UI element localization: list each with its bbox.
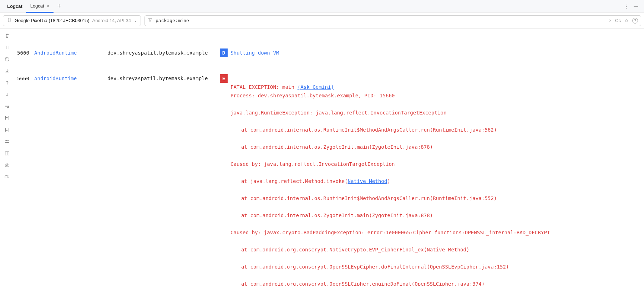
previous-icon[interactable] — [4, 80, 10, 87]
svg-point-3 — [6, 165, 8, 166]
next-icon[interactable] — [4, 92, 10, 98]
log-level-badge: D — [220, 48, 228, 57]
log-tag: AndroidRuntime — [34, 48, 107, 57]
log-line: at com.android.internal.os.RuntimeInit$M… — [230, 126, 550, 134]
close-icon[interactable]: × — [46, 3, 50, 9]
log-package: dev.shreyaspatil.bytemask.example — [107, 48, 220, 57]
log-line: Process: dev.shreyaspatil.bytemask.examp… — [230, 91, 550, 100]
delete-icon[interactable] — [4, 33, 10, 40]
chevron-down-icon: ⌄ — [134, 18, 137, 23]
log-pid: 5660 — [17, 48, 34, 57]
add-tab-icon[interactable]: + — [54, 2, 65, 10]
top-bar: Logcat Logcat × + ⋮ — — [0, 0, 644, 13]
toolbar-row: Google Pixel 5a (18201JECB03015) Android… — [0, 13, 644, 29]
log-line: at com.android.internal.os.RuntimeInit$M… — [230, 194, 550, 203]
import-icon[interactable] — [4, 115, 10, 122]
log-line: Caused by: javax.crypto.BadPaddingExcept… — [230, 228, 550, 237]
match-case-icon[interactable]: Cc — [615, 18, 621, 23]
log-line: java.lang.RuntimeException: java.lang.re… — [230, 108, 550, 117]
device-icon — [7, 17, 12, 24]
filter-input-wrapper: × Cc ☆ ? — [144, 15, 641, 26]
minimize-icon[interactable]: — — [634, 4, 638, 9]
source-link[interactable]: Native Method — [348, 178, 387, 184]
clear-filter-icon[interactable]: × — [609, 18, 612, 23]
soft-wrap-icon[interactable] — [4, 103, 10, 110]
log-level-badge: E — [220, 74, 228, 83]
more-icon[interactable]: ⋮ — [624, 4, 629, 9]
log-line: at com.android.internal.os.ZygoteInit.ma… — [230, 143, 550, 151]
help-icon[interactable]: ? — [632, 18, 638, 24]
log-line: at com.android.org.conscrypt.OpenSSLEvpC… — [230, 262, 550, 271]
log-line: at com.android.org.conscrypt.OpenSSLCiph… — [230, 280, 550, 286]
log-line: Caused by: java.lang.reflect.InvocationT… — [230, 160, 550, 168]
tab-logcat[interactable]: Logcat × — [26, 0, 54, 13]
screenshot-icon[interactable] — [4, 162, 10, 169]
log-line: at java.lang.reflect.Method.invoke(Nativ… — [230, 177, 550, 185]
log-line: at com.android.internal.os.ZygoteInit.ma… — [230, 211, 550, 220]
device-meta: Android 14, API 34 — [92, 18, 131, 23]
log-row: 5660 AndroidRuntime dev.shreyaspatil.byt… — [17, 48, 644, 57]
panel-title: Logcat — [4, 4, 26, 9]
body-area: 5660 AndroidRuntime dev.shreyaspatil.byt… — [0, 29, 644, 286]
export-icon[interactable] — [4, 127, 10, 134]
split-icon[interactable] — [4, 150, 10, 157]
tab-label: Logcat — [30, 3, 44, 9]
filter-input[interactable] — [156, 18, 606, 23]
log-line: at com.android.org.conscrypt.NativeCrypt… — [230, 245, 550, 254]
ask-gemini-link[interactable]: (Ask Gemini) — [298, 84, 334, 90]
log-line: FATAL EXCEPTION: main — [230, 84, 298, 90]
device-name: Google Pixel 5a (18201JECB03015) — [15, 18, 90, 23]
log-pid: 5660 — [17, 74, 34, 286]
log-message: Shutting down VM — [230, 48, 279, 57]
log-area[interactable]: 5660 AndroidRuntime dev.shreyaspatil.byt… — [14, 29, 644, 286]
svg-rect-0 — [8, 18, 10, 22]
pause-icon[interactable] — [4, 45, 10, 51]
side-toolbar — [0, 29, 14, 286]
restart-icon[interactable] — [4, 56, 10, 63]
filter-icon — [148, 17, 153, 24]
settings-icon[interactable] — [4, 139, 10, 145]
record-icon[interactable] — [4, 174, 10, 181]
log-row: 5660 AndroidRuntime dev.shreyaspatil.byt… — [17, 74, 644, 286]
log-package: dev.shreyaspatil.bytemask.example — [107, 74, 220, 286]
favorite-icon[interactable]: ☆ — [624, 18, 629, 23]
device-selector[interactable]: Google Pixel 5a (18201JECB03015) Android… — [3, 15, 141, 26]
log-error-block: FATAL EXCEPTION: main (Ask Gemini) Proce… — [230, 74, 550, 286]
svg-rect-4 — [5, 176, 8, 178]
scroll-to-end-icon[interactable] — [4, 68, 10, 75]
log-tag: AndroidRuntime — [34, 74, 107, 286]
